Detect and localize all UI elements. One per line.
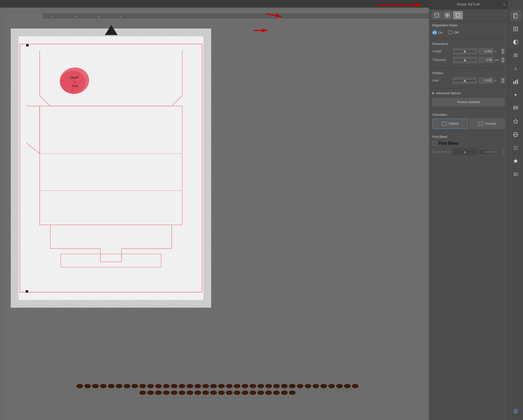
length-down-btn[interactable]: ▼ (501, 51, 505, 54)
svg-point-48 (517, 146, 517, 147)
svg-rect-27 (515, 28, 516, 29)
coffee-bean-row (171, 384, 264, 388)
length-slider[interactable] (453, 48, 477, 55)
svg-rect-30 (515, 30, 516, 31)
panel-close-button[interactable]: × (503, 3, 505, 7)
length-up-btn[interactable]: ▲ (501, 49, 505, 51)
top-bar (0, 0, 429, 8)
sidebar-icon-pattern[interactable] (510, 169, 521, 180)
orientation-label: Orientation (429, 111, 508, 118)
sticker-design: Thank a latte ∫ (58, 66, 91, 96)
thickness-up-btn[interactable]: ▲ (501, 57, 505, 60)
thickness-value-input[interactable] (479, 57, 493, 63)
svg-rect-28 (517, 28, 518, 29)
orientation-inverted-icon (478, 122, 483, 126)
radio-on-circle[interactable]: ✓ (432, 30, 437, 35)
length-stepper[interactable]: ▲ ▼ (501, 49, 505, 54)
sidebar-icon-color[interactable] (510, 37, 521, 48)
coffee-bean (92, 384, 99, 388)
canvas-area: 9 10 11 12 (0, 0, 429, 420)
coffee-bean (100, 384, 107, 388)
svg-rect-31 (517, 30, 518, 31)
coffee-bean (234, 391, 240, 395)
sidebar-icon-dots[interactable] (510, 142, 521, 153)
bleed-radius-track (455, 152, 475, 152)
tab-button-2[interactable] (443, 11, 452, 19)
coffee-bean (116, 384, 122, 388)
coffee-bean (273, 384, 280, 388)
sidebar-icon-chart[interactable] (510, 76, 521, 87)
coffee-bean (132, 384, 138, 388)
cutting-mat: Thank a latte ∫ (11, 28, 211, 308)
sidebar-icon-connect[interactable] (510, 129, 521, 140)
svg-point-53 (515, 149, 516, 150)
length-value-input[interactable] (479, 48, 493, 54)
sidebar-icon-font[interactable]: A (510, 63, 521, 74)
sidebar-icon-pixel[interactable] (510, 23, 521, 35)
print-bleed-checkbox-row[interactable]: Print Bleed (429, 140, 508, 147)
print-bleed-checkbox[interactable] (432, 141, 436, 146)
svg-point-52 (514, 149, 514, 150)
workspace: 9 10 11 12 (6, 13, 429, 420)
coffee-bean (147, 384, 154, 388)
sidebar-icon-pages[interactable] (510, 10, 521, 21)
sidebar-icon-favorites[interactable] (510, 116, 521, 127)
tab-button-1[interactable] (432, 11, 442, 19)
thickness-down-btn[interactable]: ▼ (501, 60, 505, 63)
inset-thumb[interactable] (463, 79, 466, 82)
coffee-bean (250, 384, 256, 388)
dimensions-section: Length in ▲ ▼ Thickness mm (429, 47, 508, 66)
coffee-beans (31, 244, 191, 290)
panel-header: PAGE SETUP × (429, 0, 508, 9)
tab-button-3[interactable] (453, 11, 463, 19)
restore-defaults-button[interactable]: Restore Defaults (432, 98, 505, 106)
divider-4 (432, 109, 505, 109)
coffee-bean-row (234, 391, 296, 395)
coffee-beans-container (47, 349, 387, 396)
divider-2 (432, 68, 505, 68)
ruler-mark-12: 12 (118, 15, 123, 18)
radio-off-circle[interactable] (448, 30, 452, 35)
inset-value-input[interactable] (479, 77, 493, 84)
svg-point-50 (515, 148, 516, 148)
sidebar-icon-effects[interactable]: ✦ (510, 89, 521, 101)
coffee-bean (171, 391, 177, 395)
sidebar-icon-gear[interactable] (510, 406, 521, 417)
sidebar-icon-layers[interactable] (510, 103, 521, 114)
inset-down-btn[interactable]: ▼ (501, 80, 505, 83)
coffee-bean (124, 384, 130, 388)
divider-3 (432, 88, 505, 88)
panel-title: PAGE SETUP (457, 3, 480, 6)
coffee-bean (179, 391, 185, 395)
bleed-radius-stepper: ▲ ▼ (501, 149, 505, 155)
coffee-bean (297, 384, 303, 388)
svg-rect-1 (40, 106, 182, 225)
registration-marks-row: ✓ On Off (429, 28, 508, 37)
length-thumb[interactable] (463, 50, 466, 53)
svg-rect-26 (513, 28, 514, 29)
length-unit: in (494, 50, 501, 53)
svg-rect-20 (456, 13, 460, 17)
svg-rect-14 (435, 13, 439, 17)
coffee-bean (163, 384, 170, 388)
thickness-label: Thickness (432, 58, 453, 62)
inset-up-btn[interactable]: ▲ (501, 78, 505, 80)
sidebar-icon-menu[interactable] (510, 50, 521, 61)
print-bleed-section-label: Print Bleed (429, 133, 508, 140)
thickness-stepper[interactable]: ▲ ▼ (501, 57, 505, 63)
coffee-bean (305, 384, 311, 388)
sidebar-icon-star2[interactable] (510, 155, 521, 167)
radio-off[interactable]: Off (448, 30, 458, 35)
advanced-options-row[interactable]: Advanced Options (429, 90, 508, 96)
radio-on[interactable]: ✓ On (432, 30, 443, 35)
thickness-slider[interactable] (453, 56, 477, 63)
orientation-default-btn[interactable]: Default (432, 119, 468, 129)
inset-stepper[interactable]: ▲ ▼ (501, 78, 505, 83)
registration-marks-label: Registration Marks (429, 22, 508, 28)
thickness-thumb[interactable] (463, 59, 466, 61)
orientation-row: Default Inverted (429, 118, 508, 130)
svg-rect-39 (517, 79, 518, 84)
orientation-inverted-btn[interactable]: Inverted (469, 119, 505, 129)
inset-slider[interactable] (453, 77, 477, 84)
coffee-bean (155, 391, 162, 395)
